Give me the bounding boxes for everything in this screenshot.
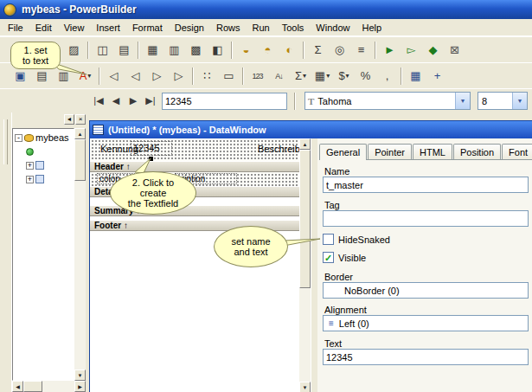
design-surface[interactable]: Kennung: 12345 Beschreib Header ↑ colop … xyxy=(90,138,299,392)
tab-general[interactable]: General xyxy=(319,144,367,160)
visible-checkbox[interactable]: ✓ xyxy=(323,252,334,263)
scroll-right-button[interactable]: ▶ xyxy=(74,381,86,392)
sort-icon[interactable]: A↓ xyxy=(269,67,289,85)
currency-icon[interactable]: $ xyxy=(334,67,354,85)
tree-expander-closed[interactable]: + xyxy=(26,162,34,170)
tab-position[interactable]: Position xyxy=(453,144,501,159)
tab-font[interactable]: Font xyxy=(502,144,532,159)
menu-item-run[interactable]: Run xyxy=(246,21,275,35)
sql-icon[interactable]: ◐ xyxy=(279,41,299,59)
percent-icon[interactable]: % xyxy=(356,67,375,85)
crosstab-icon[interactable]: ▦ xyxy=(312,67,332,85)
menu-item-design[interactable]: Design xyxy=(169,21,210,35)
options-icon[interactable]: ≡ xyxy=(351,41,371,59)
tab-order-icon[interactable]: 123 xyxy=(247,67,267,85)
dropdown-arrow-icon[interactable]: ▼ xyxy=(455,93,470,109)
app-titlebar[interactable]: mybeas - PowerBuilder xyxy=(0,0,532,19)
menu-item-tools[interactable]: Tools xyxy=(276,21,311,35)
scroll-track[interactable] xyxy=(74,181,86,370)
dropdown-arrow-icon[interactable]: ▼ xyxy=(512,93,527,109)
header-band-content[interactable]: Kennung: 12345 Beschreib xyxy=(90,138,299,161)
scroll-left-button[interactable]: ◀ xyxy=(12,381,23,392)
tabular-icon[interactable]: ▥ xyxy=(164,41,184,59)
menu-item-rows[interactable]: Rows xyxy=(210,21,247,35)
menu-item-view[interactable]: View xyxy=(58,21,91,35)
menu-item-window[interactable]: Window xyxy=(310,21,356,35)
page-first-outline-icon[interactable]: ◁ xyxy=(104,67,124,85)
scroll-thumb[interactable] xyxy=(74,139,86,181)
page-prev-outline-icon[interactable]: ◁ xyxy=(125,67,145,85)
menu-item-help[interactable]: Help xyxy=(356,21,388,35)
objects-icon[interactable]: ◧ xyxy=(208,41,228,59)
paste-icon[interactable]: ▨ xyxy=(64,41,84,59)
add-control-icon[interactable]: + xyxy=(427,67,447,85)
panels-icon[interactable]: ◫ xyxy=(93,41,112,59)
font-name-combo[interactable]: T Tahoma ▼ xyxy=(304,92,471,110)
page-last-outline-icon[interactable]: ▷ xyxy=(169,67,189,85)
scroll-thumb[interactable] xyxy=(23,381,42,392)
ruler-icon[interactable]: ▭ xyxy=(219,67,239,85)
debug-icon[interactable]: ▻ xyxy=(401,41,421,59)
page-next-outline-icon[interactable]: ▷ xyxy=(147,67,167,85)
name-input[interactable] xyxy=(323,177,529,193)
pane-splitter[interactable] xyxy=(311,138,317,392)
layout-icon[interactable]: ▤ xyxy=(114,41,134,59)
tag-input[interactable] xyxy=(323,210,529,227)
tree-vscrollbar[interactable]: ▲ ▼ xyxy=(74,128,86,381)
page-first-icon[interactable]: |◀ xyxy=(91,92,106,110)
tree-expander-open[interactable]: - xyxy=(15,134,22,142)
tree-row[interactable]: + xyxy=(13,158,74,172)
save-icon[interactable]: ▣ xyxy=(10,67,30,85)
menu-item-insert[interactable]: Insert xyxy=(90,21,126,35)
design-vscrollbar[interactable]: ▲ ▼ xyxy=(299,138,311,392)
database-icon[interactable]: ◒ xyxy=(236,41,256,59)
sum-icon[interactable]: Σ xyxy=(308,41,328,59)
beschreib-label[interactable]: Beschreib xyxy=(258,144,299,154)
collapse-panel-button[interactable]: ◂ xyxy=(64,114,74,125)
tree-row[interactable]: + xyxy=(13,172,74,186)
run-icon[interactable]: ► xyxy=(380,41,400,59)
scroll-up-button[interactable]: ▲ xyxy=(74,128,86,139)
style-text-input[interactable] xyxy=(162,93,287,110)
scroll-track[interactable] xyxy=(299,288,311,382)
scroll-thumb[interactable] xyxy=(299,150,311,288)
scroll-up-button[interactable]: ▲ xyxy=(299,138,311,150)
db-profile-icon[interactable]: ◓ xyxy=(258,41,278,59)
grid-dots-icon[interactable]: ∷ xyxy=(197,67,217,85)
comma-icon[interactable]: , xyxy=(377,67,397,85)
page-last-icon[interactable]: ▶| xyxy=(143,92,158,110)
menu-item-format[interactable]: Format xyxy=(126,21,169,35)
sum-dropdown-icon[interactable]: Σ xyxy=(291,67,311,85)
text-field-12345[interactable]: 12345 xyxy=(131,141,172,156)
text-input[interactable] xyxy=(323,349,529,365)
object-tree[interactable]: - mybeas + + xyxy=(12,128,74,381)
name-label: Name xyxy=(324,166,349,177)
tree-expander-closed[interactable]: + xyxy=(26,176,34,183)
nup-icon[interactable]: ▩ xyxy=(186,41,206,59)
font-size-combo[interactable]: 8 ▼ xyxy=(478,92,528,110)
datawindow-titlebar[interactable]: (Untitled) * (mybeas) - DataWindow xyxy=(90,121,532,138)
run-project-icon[interactable]: ◆ xyxy=(423,41,443,59)
page-next-icon[interactable]: ▶ xyxy=(125,92,141,110)
tree-hscrollbar[interactable]: ◀ ▶ xyxy=(12,381,86,392)
scroll-down-button[interactable]: ▼ xyxy=(299,382,311,392)
tree-row-root[interactable]: - mybeas xyxy=(13,131,74,145)
grid-style-icon[interactable]: ▦ xyxy=(143,41,163,59)
border-combo[interactable]: NoBorder (0) xyxy=(323,282,529,299)
tab-pointer[interactable]: Pointer xyxy=(368,144,412,159)
tab-html[interactable]: HTML xyxy=(413,144,452,159)
page-prev-icon[interactable]: ◀ xyxy=(108,92,124,110)
menu-item-file[interactable]: File xyxy=(2,21,29,35)
hidesnaked-checkbox[interactable] xyxy=(323,234,334,245)
borders-icon[interactable]: ▦ xyxy=(406,67,426,85)
zoom-icon[interactable]: ◎ xyxy=(330,41,349,59)
tree-row[interactable] xyxy=(13,145,74,158)
header-band-bar[interactable]: Header ↑ xyxy=(90,161,299,172)
exit-icon[interactable]: ⊠ xyxy=(445,41,465,59)
print-icon[interactable]: ▤ xyxy=(32,67,52,85)
scroll-down-button[interactable]: ▼ xyxy=(74,370,86,381)
scroll-track[interactable] xyxy=(42,381,74,392)
menu-item-edit[interactable]: Edit xyxy=(29,21,58,35)
alignment-combo[interactable]: ≡ Left (0) xyxy=(323,315,529,331)
close-panel-button[interactable]: × xyxy=(75,114,86,125)
